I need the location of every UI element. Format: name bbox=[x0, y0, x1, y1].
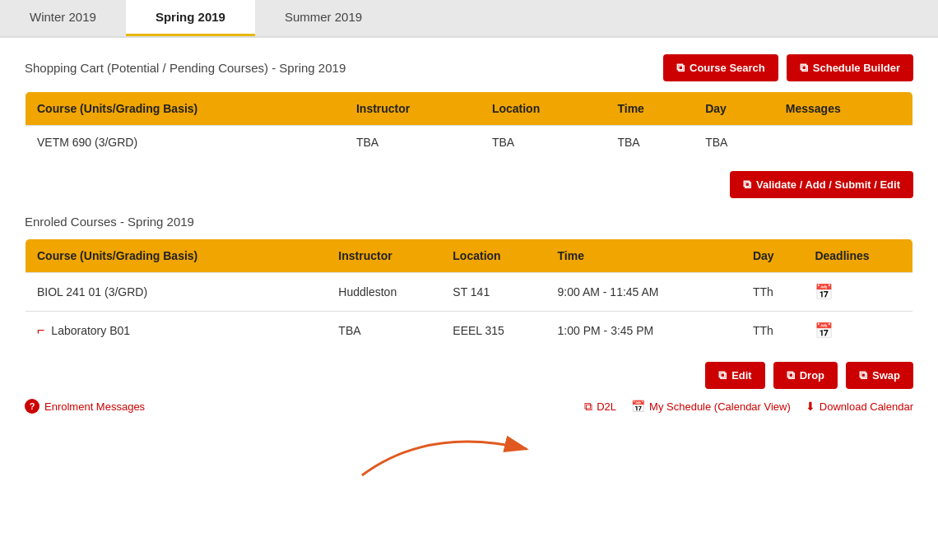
cell-day: TBA bbox=[694, 126, 774, 160]
enr-cell-location: ST 141 bbox=[441, 273, 546, 312]
lab-indent: ⌐ Laboratory B01 bbox=[37, 323, 315, 338]
validate-ext-icon: ⧉ bbox=[743, 178, 751, 192]
calendar-icon[interactable]: 📅 bbox=[815, 284, 833, 300]
page-container: Winter 2019 Spring 2019 Summer 2019 Shop… bbox=[0, 0, 938, 560]
course-search-button[interactable]: ⧉ Course Search bbox=[663, 54, 778, 81]
col-day: Day bbox=[694, 92, 774, 126]
col-course-units: Course (Units/Grading Basis) bbox=[26, 92, 345, 126]
main-content: Shopping Cart (Potential / Pending Cours… bbox=[0, 38, 938, 430]
enr-cell-lab-course: ⌐ Laboratory B01 bbox=[26, 312, 327, 350]
enr-col-day: Day bbox=[741, 239, 803, 273]
enr-cell-lab-deadlines[interactable]: 📅 bbox=[803, 312, 912, 350]
drop-button[interactable]: ⧉ Drop bbox=[773, 362, 838, 389]
cell-messages bbox=[774, 126, 913, 160]
schedule-calendar-icon: 📅 bbox=[631, 400, 645, 413]
cell-course: VETM 690 (3/GRD) bbox=[26, 126, 345, 160]
shopping-cart-title: Shopping Cart (Potential / Pending Cours… bbox=[25, 61, 346, 75]
download-calendar-link[interactable]: ⬇ Download Calendar bbox=[806, 400, 913, 413]
cell-instructor: TBA bbox=[345, 126, 481, 160]
swap-ext-icon: ⧉ bbox=[859, 368, 867, 382]
course-search-ext-icon: ⧉ bbox=[676, 61, 685, 75]
cell-location: TBA bbox=[481, 126, 606, 160]
validate-row: ⧉ Validate / Add / Submit / Edit bbox=[25, 171, 913, 198]
help-icon: ? bbox=[25, 399, 39, 414]
enrolment-messages-link[interactable]: ? Enrolment Messages bbox=[25, 399, 145, 414]
enr-cell-deadlines[interactable]: 📅 bbox=[803, 273, 912, 312]
tab-winter2019[interactable]: Winter 2019 bbox=[0, 0, 126, 36]
tab-spring2019[interactable]: Spring 2019 bbox=[126, 0, 255, 36]
enr-col-instructor: Instructor bbox=[327, 239, 441, 273]
enr-cell-lab-location: EEEL 315 bbox=[441, 312, 546, 350]
download-icon: ⬇ bbox=[806, 400, 815, 413]
enr-cell-time: 9:00 AM - 11:45 AM bbox=[546, 273, 741, 312]
tabs-bar: Winter 2019 Spring 2019 Summer 2019 bbox=[0, 0, 938, 38]
enrolled-courses-table: Course (Units/Grading Basis) Instructor … bbox=[25, 238, 913, 350]
enrolled-courses-title: Enroled Courses - Spring 2019 bbox=[25, 215, 194, 229]
cell-time: TBA bbox=[606, 126, 694, 160]
shopping-cart-table-header: Course (Units/Grading Basis) Instructor … bbox=[26, 92, 913, 126]
table-row: VETM 690 (3/GRD) TBA TBA TBA TBA bbox=[26, 126, 913, 160]
col-location: Location bbox=[481, 92, 606, 126]
shopping-cart-table: Course (Units/Grading Basis) Instructor … bbox=[25, 91, 913, 160]
enr-cell-course: BIOL 241 01 (3/GRD) bbox=[26, 273, 327, 312]
my-schedule-link[interactable]: 📅 My Schedule (Calendar View) bbox=[631, 400, 791, 413]
footer-row: ? Enrolment Messages ⧉ D2L 📅 My Schedule… bbox=[25, 399, 913, 414]
enr-col-deadlines: Deadlines bbox=[803, 239, 912, 273]
tab-summer2019[interactable]: Summer 2019 bbox=[255, 0, 392, 36]
schedule-builder-button[interactable]: ⧉ Schedule Builder bbox=[787, 54, 913, 81]
validate-add-submit-button[interactable]: ⧉ Validate / Add / Submit / Edit bbox=[730, 171, 913, 198]
drop-ext-icon: ⧉ bbox=[787, 368, 795, 382]
enr-cell-instructor: Huddleston bbox=[327, 273, 441, 312]
swap-button[interactable]: ⧉ Swap bbox=[846, 362, 913, 389]
edit-ext-icon: ⧉ bbox=[718, 368, 727, 382]
shopping-cart-actions: ⧉ Course Search ⧉ Schedule Builder bbox=[663, 54, 913, 81]
enr-cell-lab-day: TTh bbox=[741, 312, 803, 350]
enr-cell-lab-time: 1:00 PM - 3:45 PM bbox=[546, 312, 741, 350]
enr-col-location: Location bbox=[441, 239, 546, 273]
edit-button[interactable]: ⧉ Edit bbox=[705, 362, 765, 389]
footer-links: ⧉ D2L 📅 My Schedule (Calendar View) ⬇ Do… bbox=[584, 400, 913, 414]
enrolled-courses-header-row: Enroled Courses - Spring 2019 bbox=[25, 215, 913, 229]
enrolled-courses-table-body: BIOL 241 01 (3/GRD) Huddleston ST 141 9:… bbox=[26, 273, 913, 350]
lab-corner-icon: ⌐ bbox=[37, 323, 44, 338]
action-buttons-row: ⧉ Edit ⧉ Drop ⧉ Swap bbox=[25, 362, 913, 389]
enr-col-course: Course (Units/Grading Basis) bbox=[26, 239, 327, 273]
enr-col-time: Time bbox=[546, 239, 741, 273]
schedule-builder-ext-icon: ⧉ bbox=[800, 61, 808, 75]
table-row: ⌐ Laboratory B01 TBA EEEL 315 1:00 PM - … bbox=[26, 312, 913, 350]
d2l-link[interactable]: ⧉ D2L bbox=[584, 400, 616, 414]
table-row: BIOL 241 01 (3/GRD) Huddleston ST 141 9:… bbox=[26, 273, 913, 312]
col-instructor: Instructor bbox=[345, 92, 481, 126]
enr-cell-day: TTh bbox=[741, 273, 803, 312]
col-messages: Messages bbox=[774, 92, 913, 126]
calendar-icon[interactable]: 📅 bbox=[815, 322, 833, 339]
shopping-cart-header-row: Shopping Cart (Potential / Pending Cours… bbox=[25, 54, 913, 81]
d2l-ext-icon: ⧉ bbox=[584, 400, 592, 414]
shopping-cart-table-body: VETM 690 (3/GRD) TBA TBA TBA TBA bbox=[26, 126, 913, 160]
enrolled-courses-table-header: Course (Units/Grading Basis) Instructor … bbox=[26, 239, 913, 273]
enr-cell-lab-instructor: TBA bbox=[327, 312, 441, 350]
col-time: Time bbox=[606, 92, 694, 126]
